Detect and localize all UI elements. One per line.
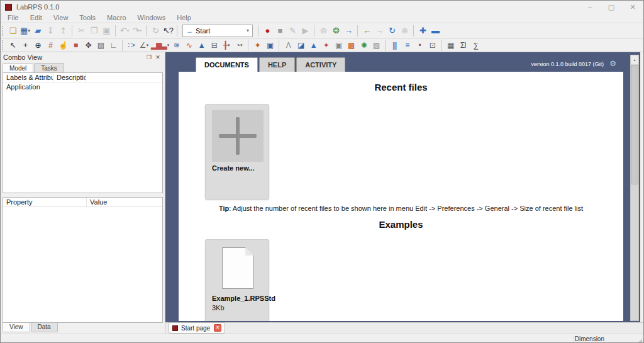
tab-model[interactable]: Model: [3, 63, 33, 72]
pie-chart-button[interactable]: ◔▾: [233, 39, 245, 52]
mosaic-plot-button[interactable]: ▨: [370, 39, 382, 52]
vertical-scrollbar[interactable]: ▴: [630, 55, 639, 321]
value-column[interactable]: Value: [87, 198, 162, 206]
tab-data[interactable]: Data: [31, 323, 58, 332]
tab-activity[interactable]: ACTIVITY: [296, 57, 345, 72]
horizontal-lines-button[interactable]: ≡: [401, 39, 413, 52]
gear-icon[interactable]: ⚙: [609, 59, 616, 68]
close-button[interactable]: ✕: [622, 1, 643, 13]
heatmap-plot-button[interactable]: ▩: [345, 39, 357, 52]
zoom-out-button[interactable]: ▬: [429, 24, 441, 37]
web-refresh-button[interactable]: ↻: [386, 24, 398, 37]
scroll-up-icon[interactable]: ▴: [631, 55, 638, 64]
workbench-grid-button[interactable]: ▦▾: [19, 24, 31, 37]
float-panel-icon[interactable]: ❐: [145, 54, 153, 60]
sum-column-button[interactable]: ΣΙ: [457, 39, 469, 52]
copy-button[interactable]: ❐: [87, 24, 100, 37]
box-3d-button[interactable]: ■: [69, 39, 82, 52]
scatter-plot-button[interactable]: ∷▾: [125, 39, 138, 52]
paste-button[interactable]: ▣: [100, 24, 113, 37]
tab-view[interactable]: View: [3, 323, 30, 332]
wave-plot-button[interactable]: ∿: [182, 39, 195, 52]
resize-grip-icon[interactable]: ◢: [638, 337, 642, 343]
scrollbar-thumb[interactable]: [631, 65, 638, 184]
menu-item-file[interactable]: File: [2, 13, 25, 22]
cube-3d-plot-button[interactable]: ▣: [264, 39, 276, 52]
tab-tasks[interactable]: Tasks: [34, 63, 64, 72]
zoom-in-button[interactable]: ✚: [416, 24, 429, 37]
close-tab-icon[interactable]: ✕: [214, 324, 221, 332]
property-column[interactable]: Property: [3, 198, 87, 206]
nav-forward-button[interactable]: →: [373, 24, 386, 37]
fit-view-button[interactable]: ∟: [107, 39, 119, 52]
start-page-button[interactable]: →: [342, 24, 355, 37]
hex-3d-plot-2-button[interactable]: ✦: [319, 39, 332, 52]
dropdown-arrow-icon: ▾: [240, 43, 243, 48]
box-plot-button[interactable]: ⊟: [208, 39, 220, 52]
tree-item-application[interactable]: Application: [3, 82, 162, 91]
surface-plot-button[interactable]: ◪: [294, 39, 307, 52]
data-table-button[interactable]: ▦: [444, 39, 457, 52]
web-stop-button[interactable]: ⊗: [398, 24, 411, 37]
import-button[interactable]: ↧: [44, 24, 57, 37]
macro-record-button[interactable]: ●: [261, 24, 274, 37]
close-panel-icon[interactable]: ✕: [153, 54, 162, 60]
workbench-selector[interactable]: → Start ▾: [182, 25, 253, 37]
radial-scatter-button[interactable]: ✺: [357, 39, 370, 52]
line-plot-button[interactable]: ∠▾: [138, 39, 150, 52]
minimize-button[interactable]: –: [579, 1, 601, 13]
move-view-button[interactable]: ✥: [82, 39, 94, 52]
select-mode-button[interactable]: ↖: [6, 39, 19, 52]
tab-help[interactable]: HELP: [259, 57, 295, 72]
menu-item-windows[interactable]: Windows: [132, 13, 172, 22]
open-file-button[interactable]: ▰: [31, 24, 44, 37]
menu-item-view[interactable]: View: [48, 13, 74, 22]
bar-chart-button[interactable]: ▂▆▃▾: [150, 39, 170, 52]
tree-column-labels[interactable]: Labels & Attributes: [3, 73, 53, 82]
redo-button[interactable]: ↷▾: [131, 24, 143, 37]
macro-stop-button[interactable]: ■: [274, 24, 286, 37]
sum-rows-button[interactable]: ∑: [469, 39, 482, 52]
example-file-size: 3Kb: [212, 304, 225, 312]
tree-column-description[interactable]: Description: [53, 73, 86, 82]
whats-this-button[interactable]: ↖?: [162, 24, 174, 37]
menu-item-tools[interactable]: Tools: [74, 13, 101, 22]
toolbar-handle[interactable]: [2, 40, 4, 50]
new-document-button[interactable]: ❏: [6, 24, 19, 37]
crosshair-button[interactable]: +: [19, 39, 31, 52]
cube-3d-plot-2-button[interactable]: ▣: [332, 39, 345, 52]
menu-item-help[interactable]: Help: [171, 13, 197, 22]
wave-plot-icon: ∿: [186, 42, 192, 49]
tab-documents[interactable]: DOCUMENTS: [196, 57, 258, 72]
pan-button[interactable]: ☝: [57, 39, 69, 52]
nav-back-button[interactable]: ←: [360, 24, 373, 37]
example-file-card[interactable]: Example_1.RPSStd 3Kb: [205, 239, 269, 321]
undo-button[interactable]: ↶▾: [118, 24, 131, 37]
point-style-button[interactable]: •: [413, 39, 426, 52]
start-page-window-tab[interactable]: Start page ✕: [169, 322, 225, 334]
maximize-button[interactable]: ▢: [601, 1, 622, 13]
wireframe-plot-button[interactable]: Λ: [282, 39, 294, 52]
vertical-lines-button[interactable]: |||: [388, 39, 401, 52]
export-button[interactable]: ↥: [57, 24, 69, 37]
macro-edit-button[interactable]: ✎: [286, 24, 299, 37]
macro-play-button[interactable]: ▶: [299, 24, 311, 37]
web-home-button[interactable]: ⊚: [317, 24, 330, 37]
hex-3d-plot-button[interactable]: ✦: [251, 39, 264, 52]
error-bar-plot-button[interactable]: ╂▾: [220, 39, 233, 52]
dropdown-arrow-icon: ▾: [140, 28, 142, 33]
menu-item-edit[interactable]: Edit: [25, 13, 48, 22]
screen-view-button[interactable]: ⊡: [426, 39, 438, 52]
menu-item-macro[interactable]: Macro: [101, 13, 132, 22]
cut-button[interactable]: ✂: [75, 24, 87, 37]
create-new-card[interactable]: Create new...: [205, 104, 269, 200]
multi-line-plot-button[interactable]: ≋: [170, 39, 182, 52]
cone-plot-button[interactable]: ▲: [307, 39, 319, 52]
center-point-button[interactable]: ⊕: [31, 39, 44, 52]
toolbar-handle[interactable]: [2, 26, 4, 36]
refresh-button[interactable]: ↻: [149, 24, 162, 37]
zoom-region-button[interactable]: ▧: [94, 39, 107, 52]
grid-toggle-button[interactable]: #: [44, 39, 57, 52]
web-browser-button[interactable]: ❂: [330, 24, 342, 37]
area-plot-button[interactable]: ▲: [195, 39, 208, 52]
